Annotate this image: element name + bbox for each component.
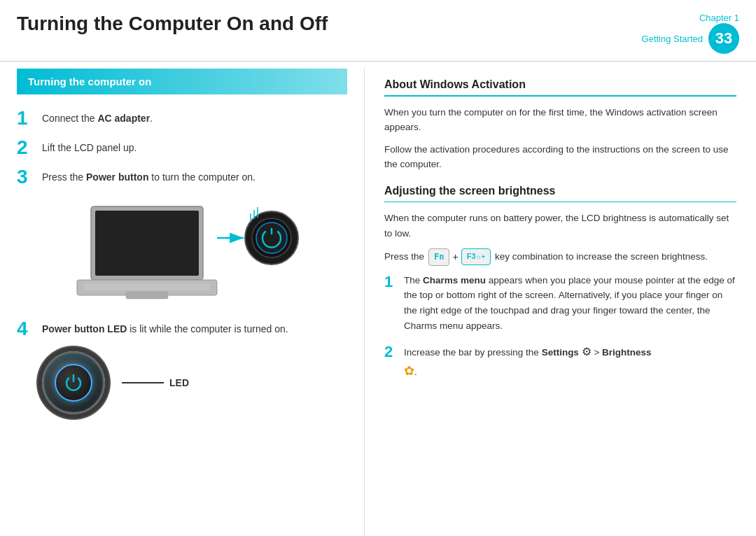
step-2-number: 2	[17, 138, 42, 157]
step-2-text: Lift the LCD panel up.	[42, 141, 136, 155]
led-label: LED	[122, 377, 189, 388]
sub-step-2-text: Increase the bar by pressing the Setting…	[404, 343, 652, 381]
chapter-text: Chapter 1	[699, 13, 739, 23]
step-1-number: 1	[17, 108, 42, 128]
step-3-text: Press the Power button to turn the compu…	[42, 170, 255, 185]
led-line	[122, 382, 164, 383]
brightness-divider	[384, 202, 736, 203]
fn-key: Fn	[428, 248, 449, 266]
page-header: Turning the Computer On and Off Chapter …	[0, 0, 756, 62]
activation-divider	[384, 95, 736, 97]
brightness-title: Adjusting the screen brightness	[384, 185, 736, 197]
sub-step-1: 1 The Charms menu appears when you place…	[384, 273, 736, 333]
step-4: 4 Power button LED is lit while the comp…	[17, 322, 347, 339]
key-combo-text: Press the Fn + F3☼+ key combination to i…	[384, 248, 736, 266]
laptop-illustration	[17, 199, 347, 308]
sun-icon: ✿	[404, 361, 414, 381]
sub-step-1-text: The Charms menu appears when you place y…	[404, 273, 736, 333]
step-1-text: Connect the AC adapter.	[42, 111, 153, 126]
svg-rect-3	[84, 283, 210, 290]
f3-key: F3☼+	[461, 248, 491, 265]
chapter-number: 33	[708, 23, 739, 54]
power-button-inner	[55, 364, 92, 402]
settings-icon: ⚙	[582, 343, 592, 361]
section-brightness: Adjusting the screen brightness When the…	[384, 185, 736, 381]
sub-step-2: 2 Increase the bar by pressing the Setti…	[384, 343, 736, 381]
sub-step-2-number: 2	[384, 343, 404, 361]
chapter-info: Chapter 1 Getting Started 33	[642, 13, 739, 54]
chapter-label: Getting Started	[642, 34, 703, 44]
activation-text-2: Follow the activation procedures accordi…	[384, 142, 736, 172]
step-4-text: Power button LED is lit while the comput…	[42, 322, 288, 337]
sub-step-1-number: 1	[384, 273, 404, 291]
page-title: Turning the Computer On and Off	[17, 13, 328, 35]
key-combination: Fn + F3☼+	[428, 248, 491, 266]
brightness-text: When the computer runs on battery power,…	[384, 211, 736, 241]
left-column: Turning the computer on 1 Connect the AC…	[0, 62, 364, 536]
power-icon	[64, 373, 83, 393]
activation-title: About Windows Activation	[384, 78, 736, 91]
step-1: 1 Connect the AC adapter.	[17, 111, 347, 128]
power-button-illustration: LED	[42, 351, 347, 414]
step-2: 2 Lift the LCD panel up.	[17, 141, 347, 157]
step-3-number: 3	[17, 167, 42, 187]
step-4-number: 4	[17, 319, 42, 339]
section-header-turning-on: Turning the computer on	[17, 69, 347, 94]
plus-sign: +	[452, 249, 458, 265]
activation-text-1: When you turn the computer on for the fi…	[384, 105, 736, 135]
step-3: 3 Press the Power button to turn the com…	[17, 170, 347, 187]
section-windows-activation: About Windows Activation When you turn t…	[384, 78, 736, 172]
svg-rect-1	[95, 211, 199, 276]
svg-rect-4	[126, 292, 168, 299]
right-column: About Windows Activation When you turn t…	[365, 62, 756, 536]
laptop-svg	[63, 199, 301, 308]
power-button-circle	[42, 351, 105, 414]
main-content: Turning the computer on 1 Connect the AC…	[0, 62, 756, 536]
svg-point-9	[256, 223, 287, 253]
